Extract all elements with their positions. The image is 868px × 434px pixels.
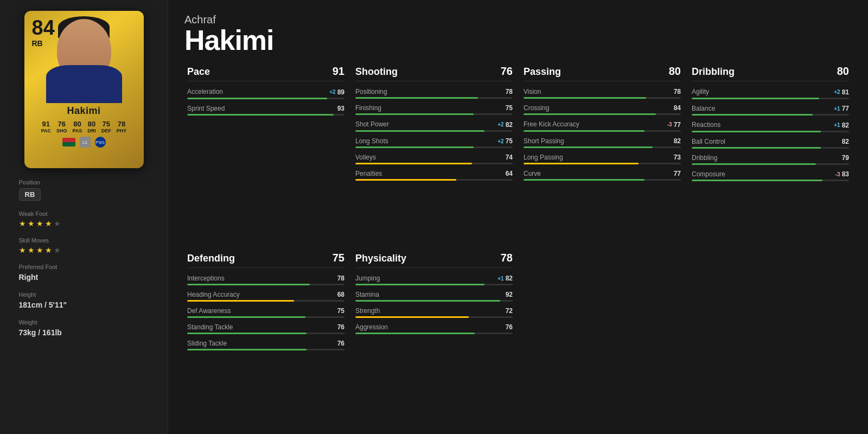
stat-bar-fill xyxy=(692,180,822,181)
stats-grid: Pace91Acceleration+289Sprint Speed93Shoo… xyxy=(184,65,852,420)
stat-bar xyxy=(187,333,344,334)
card-stat-dri-label: DRI xyxy=(87,128,96,133)
stat-item: Aggression76 xyxy=(355,323,513,334)
stat-item: Volleys74 xyxy=(355,154,513,164)
stat-bar-fill xyxy=(355,97,478,99)
card-stats-row: 91 PAC 76 SHO 80 PAS 80 DRI 75 DEF xyxy=(41,120,127,133)
stat-name: Short Passing xyxy=(524,137,564,145)
category-name: Pace xyxy=(187,66,210,78)
stat-row: Jumping+182 xyxy=(355,275,513,283)
stat-item: Composure-383 xyxy=(692,170,849,182)
stat-bar-fill xyxy=(692,131,821,132)
category-pace: Pace91Acceleration+289Sprint Speed93 xyxy=(184,65,347,252)
stat-bar-fill xyxy=(187,114,334,116)
card-stat-pas-val: 80 xyxy=(73,120,81,128)
star-2: ★ xyxy=(28,220,35,227)
stat-name: Finishing xyxy=(355,104,381,112)
weakfoot-stars: ★ ★ ★ ★ ★ xyxy=(19,220,149,227)
stat-value: +282 xyxy=(497,121,513,129)
stat-bar-fill xyxy=(524,97,646,99)
stat-row: Stamina92 xyxy=(355,291,513,298)
stat-bar xyxy=(355,300,513,302)
stat-row: Finishing75 xyxy=(355,104,513,112)
category-score: 75 xyxy=(333,252,344,264)
stat-value: 75 xyxy=(337,307,344,315)
stat-bar-fill xyxy=(692,163,816,165)
stat-name: Stamina xyxy=(355,291,379,298)
category-defending: Defending75Interceptions78Heading Accura… xyxy=(184,252,347,421)
stat-bar xyxy=(355,130,513,132)
star-4: ★ xyxy=(45,220,53,227)
category-score: 78 xyxy=(501,252,513,264)
stat-row: Free Kick Accuracy-377 xyxy=(524,120,681,129)
stat-bar-fill xyxy=(355,163,472,164)
stat-modifier: +1 xyxy=(834,106,840,112)
stat-item: Dribbling79 xyxy=(692,154,849,165)
stat-bar-fill xyxy=(524,179,644,181)
stat-bar-fill xyxy=(355,146,474,148)
stat-value: 84 xyxy=(674,104,681,112)
sm-star-5: ★ xyxy=(54,246,61,254)
stat-bar-fill xyxy=(187,284,310,285)
stat-item: Acceleration+289 xyxy=(187,88,344,99)
stat-value: 75 xyxy=(506,104,513,112)
stat-value: 78 xyxy=(337,275,344,282)
sm-star-4: ★ xyxy=(45,246,53,254)
stat-value: 68 xyxy=(337,291,344,298)
stat-item: Stamina92 xyxy=(355,291,513,302)
flag-club: PSG xyxy=(95,137,106,148)
stat-row: Reactions+182 xyxy=(692,121,849,129)
stat-bar xyxy=(187,300,344,302)
stat-value: 82 xyxy=(674,137,681,145)
stat-value: 76 xyxy=(337,340,344,347)
stat-bar-fill xyxy=(355,130,484,132)
page-wrapper: 84 RB Hakimi 91 PAC 76 SHO xyxy=(0,0,868,434)
stat-name: Standing Tackle xyxy=(187,323,233,331)
card-stat-def-val: 75 xyxy=(103,120,110,128)
category-header-defending: Defending75 xyxy=(187,252,344,268)
stat-bar-fill xyxy=(187,316,305,318)
info-section-weakfoot: Weak Foot ★ ★ ★ ★ ★ xyxy=(19,210,149,227)
stat-bar xyxy=(692,163,849,165)
stat-bar-fill xyxy=(355,113,474,115)
stat-row: Vision78 xyxy=(524,88,681,95)
info-section-foot: Preferred Foot Right xyxy=(19,264,149,282)
stat-item: Long Passing73 xyxy=(524,154,681,164)
category-score: 76 xyxy=(501,65,513,78)
skillmoves-label: Skill Moves xyxy=(19,237,149,244)
stat-name: Free Kick Accuracy xyxy=(524,120,579,128)
weight-value: 73kg / 161lb xyxy=(19,328,149,337)
stat-modifier: +2 xyxy=(497,122,503,127)
stat-value: +182 xyxy=(497,275,513,282)
category-header-physicality: Physicality78 xyxy=(355,252,513,268)
card-stat-sho: 76 SHO xyxy=(56,120,67,133)
foot-label: Preferred Foot xyxy=(19,264,149,270)
skillmoves-stars: ★ ★ ★ ★ ★ xyxy=(19,246,149,254)
stat-bar-fill xyxy=(187,349,307,350)
stat-row: Dribbling79 xyxy=(692,154,849,162)
category-name: Shooting xyxy=(355,66,398,78)
card-stat-dri: 80 DRI xyxy=(87,120,96,133)
stat-bar-fill xyxy=(187,98,327,99)
stat-row: Positioning78 xyxy=(355,88,513,95)
card-stat-phy: 78 PHY xyxy=(117,120,127,133)
stat-bar-fill xyxy=(524,130,644,132)
stat-item: Heading Accuracy68 xyxy=(187,291,344,302)
category-name: Defending xyxy=(187,253,235,264)
category-name: Passing xyxy=(524,66,561,78)
stat-name: Crossing xyxy=(524,104,549,112)
stat-row: Ball Control82 xyxy=(692,138,849,145)
stat-row: Agility+281 xyxy=(692,88,849,96)
stat-bar xyxy=(692,98,849,99)
stat-name: Positioning xyxy=(355,88,387,95)
stat-value: 76 xyxy=(506,323,513,331)
card-stat-sho-val: 76 xyxy=(58,120,66,128)
stat-bar xyxy=(692,147,849,149)
stat-row: Interceptions78 xyxy=(187,275,344,282)
weight-label: Weight xyxy=(19,319,149,326)
stat-value: 93 xyxy=(337,105,344,112)
stat-bar xyxy=(692,131,849,132)
info-section-skillmoves: Skill Moves ★ ★ ★ ★ ★ xyxy=(19,237,149,254)
stat-name: Volleys xyxy=(355,154,376,161)
stat-name: Vision xyxy=(524,88,541,95)
